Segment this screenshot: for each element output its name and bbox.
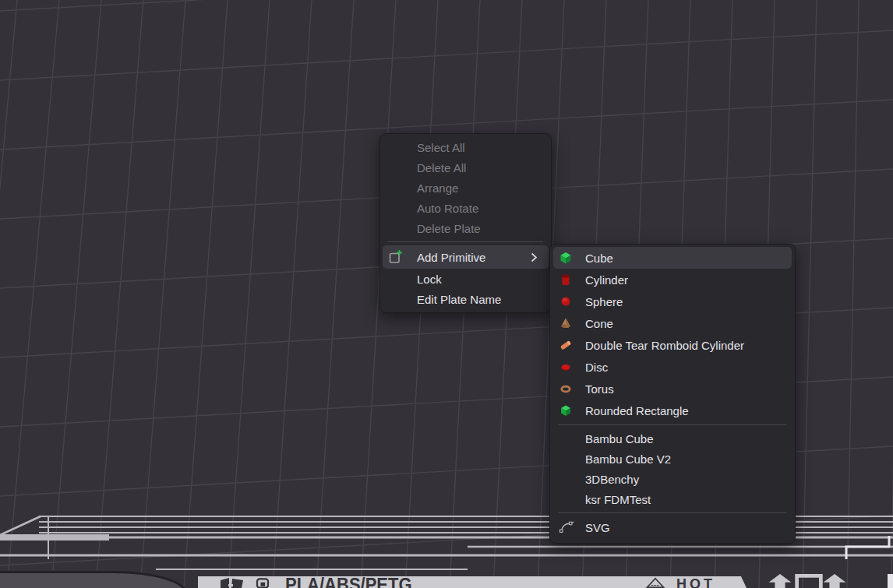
menu-item-label: Cone bbox=[585, 317, 613, 330]
menu-item-lock[interactable]: Lock bbox=[380, 269, 551, 289]
menu-item-label: Edit Plate Name bbox=[417, 293, 501, 306]
menu-item-label: Auto Rotate bbox=[417, 202, 478, 215]
submenu-item-cube[interactable]: Cube bbox=[553, 247, 792, 269]
submenu-item-double-tear-romboid-cylinder[interactable]: Double Tear Romboid Cylinder bbox=[550, 334, 795, 356]
disc-icon bbox=[559, 361, 572, 373]
chevron-right-icon bbox=[531, 252, 538, 262]
hot-warning: HOT bbox=[644, 577, 715, 588]
menu-item-label: Arrange bbox=[417, 181, 458, 195]
menu-item-label: 3DBenchy bbox=[585, 473, 639, 486]
plate-arrow-up-icon bbox=[768, 574, 792, 588]
submenu-item-torus[interactable]: Torus bbox=[550, 378, 795, 400]
slanted-cylinder-icon bbox=[559, 339, 572, 351]
submenu-item-cylinder[interactable]: Cylinder bbox=[550, 269, 795, 290]
submenu-item-rounded-rectangle[interactable]: Rounded Rectangle bbox=[550, 400, 795, 421]
menu-item-label: Bambu Cube bbox=[585, 432, 654, 445]
rounded-cube-icon bbox=[559, 404, 572, 417]
submenu-item-disc[interactable]: Disc bbox=[550, 356, 795, 378]
submenu-item-bambu-cube[interactable]: Bambu Cube bbox=[550, 428, 795, 449]
menu-item-add-primitive[interactable]: Add Primitive bbox=[383, 245, 549, 269]
add-primitive-submenu: Cube Cylinder Sphere Cone bbox=[549, 244, 796, 544]
menu-separator bbox=[558, 512, 787, 513]
context-menu: Select All Delete All Arrange Auto Rotat… bbox=[379, 133, 552, 313]
submenu-item-ksr-fdmtest[interactable]: ksr FDMTest bbox=[550, 489, 795, 509]
menu-item-label: ksr FDMTest bbox=[585, 493, 651, 506]
viewport-3d[interactable]: PLA/ABS/PETG HOT Select All Delete All A… bbox=[0, 0, 893, 588]
cube-icon bbox=[559, 252, 572, 264]
bambu-logo-icon bbox=[220, 578, 245, 588]
menu-item-label: Cube bbox=[585, 252, 613, 265]
menu-item-delete-all: Delete All bbox=[380, 157, 551, 178]
menu-item-label: SVG bbox=[585, 521, 610, 534]
submenu-item-cone[interactable]: Cone bbox=[550, 312, 795, 334]
menu-item-label: Cylinder bbox=[585, 273, 628, 287]
menu-item-label: Double Tear Romboid Cylinder bbox=[585, 339, 744, 352]
menu-item-label: Delete Plate bbox=[417, 222, 481, 235]
menu-item-delete-plate: Delete Plate bbox=[380, 218, 551, 238]
sphere-icon bbox=[559, 295, 572, 308]
submenu-item-bambu-cube-v2[interactable]: Bambu Cube V2 bbox=[550, 449, 795, 469]
menu-item-label: Bambu Cube V2 bbox=[585, 452, 671, 466]
submenu-item-3dbenchy[interactable]: 3DBenchy bbox=[550, 469, 795, 489]
menu-item-auto-rotate: Auto Rotate bbox=[380, 198, 551, 218]
menu-item-label: Rounded Rectangle bbox=[585, 404, 689, 417]
menu-item-label: Select All bbox=[417, 141, 465, 154]
menu-item-select-all: Select All bbox=[380, 137, 551, 157]
plate-badge-icon bbox=[252, 578, 273, 588]
menu-separator bbox=[388, 241, 543, 242]
plate-edge-mark bbox=[888, 574, 893, 588]
menu-item-arrange: Arrange bbox=[380, 178, 551, 198]
bezier-curve-icon bbox=[559, 521, 575, 533]
cone-icon bbox=[559, 317, 572, 329]
torus-icon bbox=[559, 382, 572, 395]
menu-item-label: Torus bbox=[585, 382, 614, 396]
menu-item-label: Delete All bbox=[417, 161, 466, 174]
build-plate-brand-bar: PLA/ABS/PETG HOT bbox=[198, 576, 747, 588]
submenu-item-sphere[interactable]: Sphere bbox=[550, 290, 795, 312]
cylinder-icon bbox=[559, 273, 572, 286]
plate-arrow-up-icon bbox=[823, 574, 846, 588]
menu-item-edit-plate-name[interactable]: Edit Plate Name bbox=[380, 289, 551, 309]
submenu-item-svg[interactable]: SVG bbox=[550, 516, 795, 538]
menu-item-label: Add Primitive bbox=[417, 251, 485, 264]
menu-item-label: Lock bbox=[417, 273, 442, 286]
menu-separator bbox=[558, 424, 787, 425]
menu-item-label: Disc bbox=[585, 361, 608, 374]
plate-material-text: PLA/ABS/PETG bbox=[285, 576, 412, 588]
plate-square-icon bbox=[795, 574, 823, 588]
add-primitive-icon bbox=[388, 249, 404, 265]
warning-triangle-icon bbox=[644, 577, 667, 588]
menu-item-label: Sphere bbox=[585, 295, 623, 308]
hot-label: HOT bbox=[676, 577, 715, 588]
